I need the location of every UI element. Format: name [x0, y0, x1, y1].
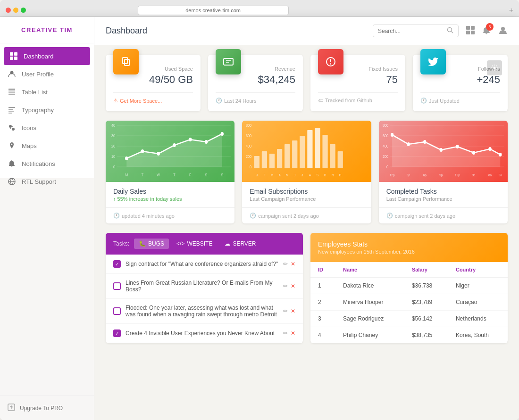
browser-chrome: demos.creative-tim.com +	[0, 0, 519, 17]
close-dot[interactable]	[6, 8, 11, 13]
table-row: 1 Dakota Rice $36,738 Niger	[310, 278, 508, 294]
sidebar-item-typography[interactable]: Typography	[0, 101, 94, 119]
header-icons: 5	[466, 25, 508, 37]
employee-country-0: Niger	[448, 278, 508, 294]
url-text: demos.creative-tim.com	[185, 8, 241, 13]
col-header-name: Name	[335, 262, 404, 278]
task-delete-3[interactable]: ✕	[291, 330, 295, 337]
task-delete-1[interactable]: ✕	[291, 283, 295, 289]
task-delete-0[interactable]: ✕	[291, 261, 295, 267]
svg-point-49	[173, 143, 176, 147]
svg-rect-11	[8, 111, 14, 112]
employee-country-3: Korea, South	[448, 327, 508, 344]
daily-sales-chart-area: 40 30 20 10 0 M T W T F S S	[106, 121, 234, 182]
gear-icon[interactable]	[487, 60, 502, 75]
svg-point-27	[494, 67, 496, 69]
charts-row: 40 30 20 10 0 M T W T F S S	[106, 121, 508, 223]
task-checkbox-3[interactable]	[113, 329, 121, 337]
svg-rect-62	[285, 144, 290, 168]
svg-text:20: 20	[111, 144, 115, 148]
task-tab-bugs[interactable]: 🐛 BUGS	[134, 239, 169, 249]
task-edit-2[interactable]: ✏	[283, 308, 288, 314]
warning-icon: ⚠	[113, 98, 118, 104]
search-box[interactable]	[373, 25, 459, 37]
sidebar-item-rtl-support[interactable]: RTL Support	[0, 173, 94, 190]
task-delete-2[interactable]: ✕	[291, 308, 295, 314]
task-checkbox-0[interactable]	[113, 260, 121, 268]
url-bar[interactable]: demos.creative-tim.com	[138, 6, 289, 15]
sidebar-item-dashboard-label: Dashboard	[24, 53, 54, 60]
task-tab-website[interactable]: </> WEBSITE	[172, 239, 217, 249]
task-text-2: Flooded: One year later, assessing what …	[126, 305, 278, 318]
svg-point-13	[9, 125, 12, 128]
svg-rect-64	[300, 136, 305, 168]
svg-rect-60	[269, 154, 275, 168]
svg-point-94	[407, 142, 410, 146]
svg-rect-21	[471, 31, 475, 34]
sidebar-item-icons[interactable]: Icons	[0, 119, 94, 137]
new-tab-button[interactable]: +	[509, 6, 513, 15]
user-avatar-icon[interactable]	[498, 25, 508, 37]
page-title: Dashboard	[106, 26, 365, 36]
employee-name-2: Sage Rodriguez	[335, 311, 404, 327]
maximize-dot[interactable]	[21, 8, 26, 13]
completed-tasks-info: Completed Tasks Last Campaign Performanc…	[379, 182, 508, 207]
svg-text:400: 400	[246, 144, 251, 148]
search-input[interactable]	[378, 28, 444, 34]
svg-point-14	[12, 128, 15, 131]
daily-sales-subtitle: ↑ 55% increase in today sales	[113, 196, 227, 202]
notification-bell-icon[interactable]: 5	[482, 26, 491, 36]
employees-title: Employees Stats	[318, 240, 500, 248]
grid-view-icon[interactable]	[466, 26, 475, 36]
svg-rect-69	[338, 151, 343, 168]
sidebar-item-table-list-label: Table List	[22, 89, 48, 96]
svg-rect-1	[14, 52, 17, 56]
email-subscriptions-chart-area: 800 600 400 200 0	[242, 121, 371, 182]
task-edit-1[interactable]: ✏	[283, 283, 288, 289]
email-subscriptions-info: Email Subscriptions Last Campaign Perfor…	[242, 182, 371, 207]
employee-salary-3: $38,735	[404, 327, 448, 344]
svg-text:A: A	[309, 173, 311, 177]
task-edit-3[interactable]: ✏	[283, 330, 288, 337]
svg-text:J: J	[256, 173, 258, 177]
bug-icon: 🐛	[139, 240, 146, 247]
employee-id-3: 4	[310, 327, 335, 344]
content-area: Used Space 49/50 GB ⚠ Get More Space...	[94, 45, 519, 420]
task-checkbox-2[interactable]	[113, 307, 121, 315]
sidebar-item-notifications[interactable]: Notifications	[0, 155, 94, 173]
sidebar-item-user-profile[interactable]: User Profile	[0, 65, 94, 83]
daily-sales-footer: 🕐 updated 4 minutes ago	[106, 207, 234, 223]
completed-tasks-chart-area: 800 600 400 200 0	[379, 121, 508, 182]
svg-point-100	[499, 153, 502, 156]
bottom-row: Tasks: 🐛 BUGS </> WEBSITE ☁ SERVER	[106, 233, 508, 343]
traffic-lights	[6, 8, 26, 13]
upgrade-button[interactable]: Upgrade To PRO	[0, 395, 94, 420]
sidebar-item-maps-label: Maps	[22, 142, 37, 149]
task-checkbox-1[interactable]	[113, 282, 121, 290]
email-subscriptions-chart-svg: 800 600 400 200 0	[242, 121, 371, 182]
map-icon	[8, 141, 16, 150]
svg-text:S: S	[317, 173, 318, 177]
svg-rect-12	[8, 113, 12, 114]
sidebar-item-maps[interactable]: Maps	[0, 137, 94, 155]
globe-icon	[8, 177, 16, 186]
employee-name-1: Minerva Hooper	[335, 294, 404, 311]
svg-text:M: M	[286, 173, 288, 177]
employee-salary-0: $36,738	[404, 278, 448, 294]
svg-point-52	[221, 132, 224, 136]
minimize-dot[interactable]	[13, 8, 18, 13]
icons-icon	[8, 124, 16, 132]
svg-text:12p: 12p	[455, 173, 460, 177]
sidebar-item-table-list[interactable]: Table List	[0, 83, 94, 101]
tasks-header: Tasks: 🐛 BUGS </> WEBSITE ☁ SERVER	[106, 233, 303, 255]
sidebar-item-dashboard[interactable]: Dashboard	[4, 47, 90, 65]
svg-text:T: T	[173, 173, 175, 177]
svg-rect-18	[466, 26, 470, 30]
used-space-footer[interactable]: ⚠ Get More Space...	[113, 92, 193, 104]
task-edit-0[interactable]: ✏	[283, 261, 288, 267]
fixed-issues-icon-box	[318, 49, 343, 74]
used-space-footer-text: Get More Space...	[120, 98, 162, 104]
chart-card-completed-tasks: 800 600 400 200 0	[379, 121, 508, 223]
task-tab-server[interactable]: ☁ SERVER	[220, 239, 260, 249]
svg-text:N: N	[332, 173, 334, 177]
